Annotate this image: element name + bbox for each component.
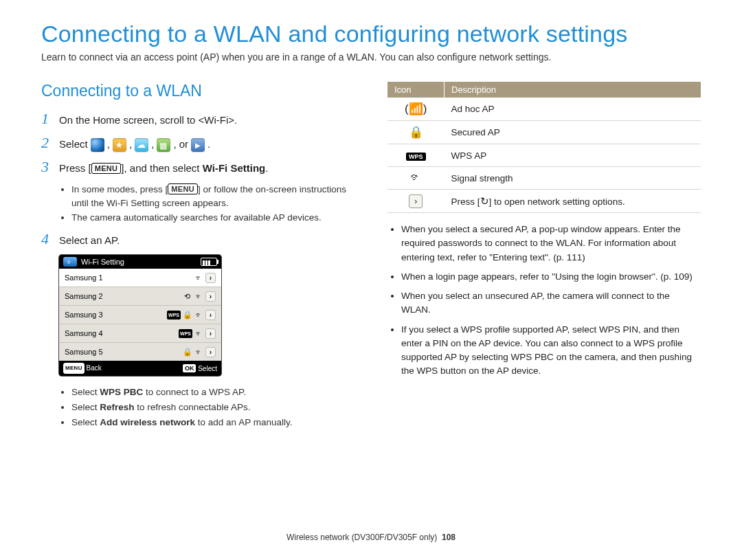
table-row: (📶) Ad hoc AP bbox=[387, 98, 701, 121]
cloud-icon bbox=[135, 138, 148, 152]
wps-icon: WPS bbox=[406, 153, 426, 161]
signal-icon: ᯤ bbox=[194, 311, 204, 320]
right-notes: When you select a secured AP, a pop-up w… bbox=[387, 223, 701, 379]
signal-icon: ᯤ bbox=[194, 273, 204, 282]
step-3-notes: In some modes, press [MENU] or follow th… bbox=[41, 183, 355, 225]
chevron-right-icon: › bbox=[205, 310, 216, 320]
table-row: 🔒 Secured AP bbox=[387, 121, 701, 144]
ap-row: Samsung 5 🔒ᯤ› bbox=[59, 343, 221, 361]
signal-icon: ᯤ bbox=[410, 171, 422, 184]
page-footer: Wireless network (DV300F/DV305F only) 10… bbox=[0, 533, 742, 542]
step-3: 3 Press [MENU], and then select Wi-Fi Se… bbox=[41, 159, 355, 177]
step-number: 3 bbox=[41, 159, 59, 175]
chevron-right-icon: › bbox=[205, 273, 216, 283]
step-number: 4 bbox=[41, 232, 59, 247]
menu-button-icon: MENU bbox=[91, 163, 122, 174]
wps-icon: WPS bbox=[179, 329, 192, 338]
table-header-desc: Description bbox=[445, 82, 701, 98]
step-text: Press [MENU], and then select Wi-Fi Sett… bbox=[59, 159, 355, 177]
table-row: WPS WPS AP bbox=[387, 144, 701, 167]
ok-button-icon: OK bbox=[183, 364, 196, 372]
ap-row: Samsung 4 WPSᯤ› bbox=[59, 324, 221, 343]
page-number: 108 bbox=[442, 533, 456, 542]
after-camera-notes: Select WPS PBC to connect to a WPS AP. S… bbox=[41, 385, 355, 429]
ap-row: Samsung 3 WPS🔒ᯤ› bbox=[59, 306, 221, 324]
battery-icon bbox=[201, 258, 217, 266]
chevron-right-icon: › bbox=[205, 291, 216, 302]
menu-button-icon: MENU bbox=[168, 183, 198, 194]
page-title: Connecting to a WLAN and configuring net… bbox=[41, 21, 701, 47]
star-icon bbox=[113, 138, 126, 152]
table-row: › Press [↻] to open network setting opti… bbox=[387, 190, 701, 213]
step-number: 2 bbox=[41, 135, 59, 150]
wifi-icon: ᯤ bbox=[63, 257, 77, 267]
step-number: 1 bbox=[41, 111, 59, 126]
ap-row: Samsung 1 ᯤ› bbox=[59, 269, 221, 287]
adhoc-icon: (📶) bbox=[405, 102, 427, 115]
ap-row: Samsung 2 ⟲ᯤ› bbox=[59, 287, 221, 306]
step-4: 4 Select an AP. bbox=[41, 232, 355, 249]
table-row: ᯤ Signal strength bbox=[387, 167, 701, 190]
tv-icon bbox=[191, 138, 205, 152]
lock-icon: 🔒 bbox=[182, 348, 192, 357]
signal-icon: ᯤ bbox=[194, 329, 204, 338]
step-text: On the Home screen, scroll to <Wi-Fi>. bbox=[59, 111, 355, 128]
intro-text: Learn to connect via an access point (AP… bbox=[41, 52, 701, 63]
chevron-right-icon: › bbox=[409, 194, 423, 208]
step-2: 2 Select , , , , or . bbox=[41, 135, 355, 153]
chevron-right-icon: › bbox=[205, 328, 216, 339]
signal-icon: ᯤ bbox=[194, 292, 204, 301]
signal-icon: ᯤ bbox=[194, 348, 204, 357]
lock-icon: 🔒 bbox=[409, 126, 423, 139]
step-1: 1 On the Home screen, scroll to <Wi-Fi>. bbox=[41, 111, 355, 128]
icon-description-table: Icon Description (📶) Ad hoc AP 🔒 Secured… bbox=[387, 82, 701, 213]
globe-icon bbox=[91, 138, 104, 152]
menu-button-icon: MENU bbox=[63, 363, 85, 374]
chevron-right-icon: › bbox=[205, 347, 216, 357]
camera-title: Wi-Fi Setting bbox=[81, 258, 124, 266]
step-text: Select , , , , or . bbox=[59, 135, 355, 153]
table-header-icon: Icon bbox=[387, 82, 445, 98]
wps-icon: WPS bbox=[167, 311, 181, 320]
step-text: Select an AP. bbox=[59, 232, 355, 249]
refresh-icon: ↻ bbox=[480, 195, 489, 208]
adhoc-icon: ⟲ bbox=[182, 292, 192, 301]
camera-screenshot: ᯤ Wi-Fi Setting Samsung 1 ᯤ› Samsung 2 ⟲… bbox=[59, 255, 221, 376]
photo-icon bbox=[157, 138, 170, 152]
section-title: Connecting to a WLAN bbox=[41, 82, 355, 100]
lock-icon: 🔒 bbox=[182, 311, 192, 320]
